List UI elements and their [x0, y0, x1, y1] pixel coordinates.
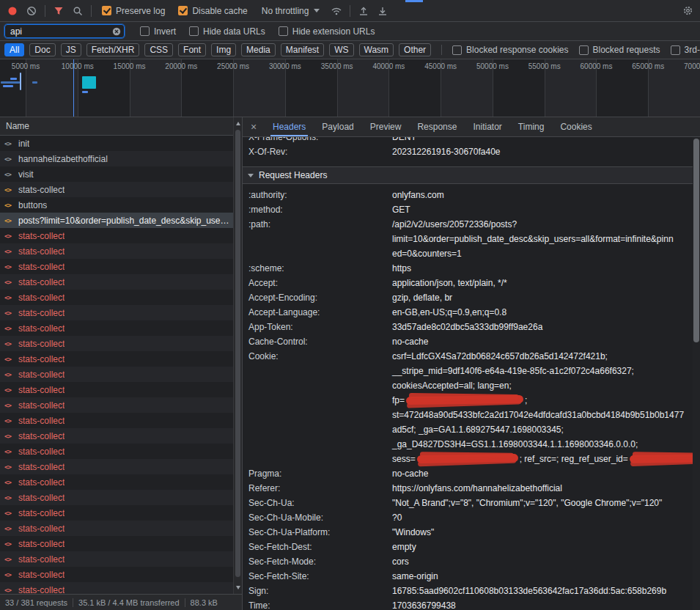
request-row[interactable]: <>stats-collect: [0, 490, 233, 505]
filter-checkbox-3rd-party-requests[interactable]: 3rd-party requests: [671, 45, 700, 55]
network-overview-timeline[interactable]: 5000 ms10000 ms15000 ms20000 ms25000 ms3…: [0, 59, 700, 117]
type-filter-doc[interactable]: Doc: [29, 43, 55, 56]
request-row[interactable]: <>stats-collect: [0, 413, 233, 428]
request-row[interactable]: <>stats-collect: [0, 536, 233, 551]
timeline-tick-label: 40000 ms: [372, 62, 405, 70]
request-row[interactable]: <>stats-collect: [0, 367, 233, 382]
request-row[interactable]: <>init: [0, 136, 233, 151]
request-row[interactable]: <>posts?limit=10&order=publish_date_desc…: [0, 213, 233, 228]
filter-checkbox-blocked-requests[interactable]: Blocked requests: [579, 45, 660, 55]
type-filter-wasm[interactable]: Wasm: [359, 43, 394, 56]
name-column-header[interactable]: Name: [0, 117, 233, 136]
request-row[interactable]: <>stats-collect: [0, 259, 233, 274]
tab-headers[interactable]: Headers: [265, 117, 314, 136]
request-name: stats-collect: [18, 554, 65, 565]
header-value: /api2/v2/users/20572336/posts?limit=10&o…: [392, 217, 693, 261]
type-filter-font[interactable]: Font: [178, 43, 206, 56]
redaction-scribble: [406, 395, 523, 405]
type-filter-img[interactable]: Img: [211, 43, 236, 56]
checkbox-unchecked-icon: [279, 26, 288, 36]
request-row[interactable]: <>stats-collect: [0, 474, 233, 490]
type-filter-other[interactable]: Other: [399, 43, 431, 56]
scrollbar-thumb[interactable]: [235, 130, 240, 577]
header-value: no-cache: [392, 466, 693, 481]
type-filter-manifest[interactable]: Manifest: [281, 43, 324, 56]
tab-cookies[interactable]: Cookies: [552, 117, 600, 136]
header-row: :method:GET: [243, 202, 693, 217]
request-headers-section[interactable]: Request Headers: [243, 166, 693, 184]
request-row[interactable]: <>stats-collect: [0, 428, 233, 444]
type-filter-all[interactable]: All: [4, 43, 24, 56]
tab-payload[interactable]: Payload: [314, 117, 361, 136]
clear-button[interactable]: [22, 2, 41, 20]
request-row[interactable]: <>stats-collect: [0, 505, 233, 521]
close-details-button[interactable]: ×: [243, 121, 265, 133]
request-row[interactable]: <>buttons: [0, 197, 233, 213]
type-filter-fetch-xhr[interactable]: Fetch/XHR: [86, 43, 140, 56]
request-row[interactable]: <>stats-collect: [0, 397, 233, 413]
header-value: application/json, text/plain, */*: [392, 276, 693, 290]
request-name: stats-collect: [18, 231, 65, 241]
hide-data-urls-checkbox[interactable]: Hide data URLs: [189, 26, 265, 37]
throttling-select[interactable]: No throttling: [262, 6, 320, 16]
request-row[interactable]: <>visit: [0, 166, 233, 182]
timeline-tick-label: 15000 ms: [114, 62, 146, 70]
scroll-up-icon[interactable]: [236, 122, 240, 125]
request-name: stats-collect: [18, 323, 65, 334]
type-filter-ws[interactable]: WS: [329, 43, 353, 56]
filter-toggle-button[interactable]: [49, 2, 68, 20]
header-row: :scheme:https: [243, 261, 693, 276]
request-name: stats-collect: [18, 246, 65, 257]
header-value-line: st=472d48a90d5433bfc2a2d17042e4dfdcafd31…: [392, 408, 693, 422]
timeline-activity-bar: [82, 76, 96, 89]
filter-checkbox-blocked-response-cookies[interactable]: Blocked response cookies: [452, 45, 568, 55]
request-row[interactable]: <>stats-collect: [0, 551, 233, 567]
record-button[interactable]: [3, 2, 22, 20]
request-row[interactable]: <>stats-collect: [0, 336, 233, 351]
request-row[interactable]: <>stats-collect: [0, 444, 233, 459]
preserve-log-checkbox[interactable]: Preserve log: [102, 6, 165, 16]
request-row[interactable]: <>stats-collect: [0, 290, 233, 305]
request-row[interactable]: <>stats-collect: [0, 182, 233, 197]
type-filter-css[interactable]: CSS: [144, 43, 173, 56]
scroll-down-icon[interactable]: [236, 586, 240, 589]
request-name: stats-collect: [18, 293, 65, 303]
request-row[interactable]: <>stats-collect: [0, 228, 233, 243]
request-row[interactable]: <>stats-collect: [0, 459, 233, 474]
settings-gear-button[interactable]: [678, 2, 697, 20]
filter-input[interactable]: api: [4, 24, 125, 38]
request-row[interactable]: <>stats-collect: [0, 382, 233, 397]
tab-initiator[interactable]: Initiator: [465, 117, 509, 136]
request-row[interactable]: <>hannahelizabethofficial: [0, 151, 233, 166]
request-row[interactable]: <>stats-collect: [0, 305, 233, 320]
request-row[interactable]: <>stats-collect: [0, 320, 233, 336]
import-har-button[interactable]: [354, 2, 373, 20]
disable-cache-checkbox[interactable]: Disable cache: [178, 6, 247, 16]
timeline-tick-label: 35000 ms: [321, 62, 353, 70]
script-file-icon: <>: [4, 140, 15, 147]
invert-checkbox[interactable]: Invert: [140, 26, 176, 37]
type-filter-js[interactable]: JS: [61, 43, 81, 56]
scrollbar-thumb[interactable]: [693, 139, 699, 342]
request-row[interactable]: <>stats-collect: [0, 274, 233, 290]
tab-response[interactable]: Response: [409, 117, 465, 136]
search-button[interactable]: [68, 2, 87, 20]
request-row[interactable]: <>stats-collect: [0, 351, 233, 367]
script-file-icon: <>: [4, 479, 15, 486]
request-row[interactable]: <>stats-collect: [0, 567, 233, 582]
script-file-icon: <>: [4, 325, 15, 332]
request-row[interactable]: <>stats-collect: [0, 521, 233, 536]
tab-timing[interactable]: Timing: [510, 117, 553, 136]
details-scrollbar[interactable]: [693, 137, 700, 610]
tab-preview[interactable]: Preview: [362, 117, 410, 136]
type-filter-bar: AllDocJSFetch/XHRCSSFontImgMediaManifest…: [0, 41, 700, 59]
hide-extension-urls-checkbox[interactable]: Hide extension URLs: [279, 26, 375, 37]
export-har-button[interactable]: [373, 2, 392, 20]
script-file-icon: <>: [4, 202, 15, 209]
request-list-scrollbar[interactable]: [233, 117, 242, 594]
clear-filter-icon[interactable]: [112, 27, 121, 36]
type-filter-media[interactable]: Media: [241, 43, 276, 56]
network-conditions-button[interactable]: [327, 2, 346, 20]
request-row[interactable]: <>stats-collect: [0, 243, 233, 259]
request-row[interactable]: <>stats-collect: [0, 582, 233, 594]
